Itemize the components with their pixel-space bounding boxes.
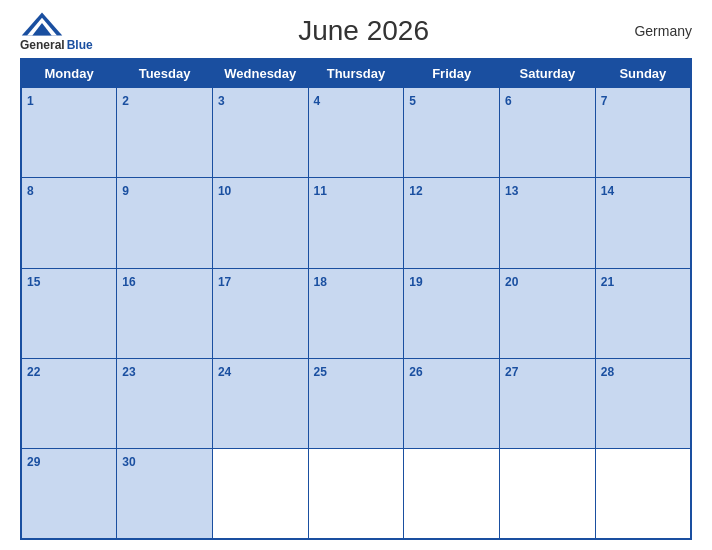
day-number-28: 28 (601, 365, 614, 379)
day-number-18: 18 (314, 275, 327, 289)
day-number-19: 19 (409, 275, 422, 289)
day-number-5: 5 (409, 94, 416, 108)
logo-text: General Blue (20, 38, 93, 52)
calendar-cell-w2-d7: 14 (595, 178, 691, 268)
calendar-cell-w1-d3: 3 (212, 88, 308, 178)
week-row-2: 891011121314 (21, 178, 691, 268)
col-saturday: Saturday (500, 59, 596, 88)
calendar-cell-w1-d6: 6 (500, 88, 596, 178)
logo-general-text: General (20, 38, 65, 52)
day-number-21: 21 (601, 275, 614, 289)
weekday-header-row: Monday Tuesday Wednesday Thursday Friday… (21, 59, 691, 88)
day-number-27: 27 (505, 365, 518, 379)
calendar-cell-w5-d3 (212, 449, 308, 539)
page-header: General Blue June 2026 Germany (20, 10, 692, 52)
col-monday: Monday (21, 59, 117, 88)
calendar-cell-w1-d2: 2 (117, 88, 213, 178)
day-number-2: 2 (122, 94, 129, 108)
calendar-cell-w4-d6: 27 (500, 358, 596, 448)
col-wednesday: Wednesday (212, 59, 308, 88)
week-row-1: 1234567 (21, 88, 691, 178)
col-friday: Friday (404, 59, 500, 88)
calendar-table: Monday Tuesday Wednesday Thursday Friday… (20, 58, 692, 540)
day-number-26: 26 (409, 365, 422, 379)
day-number-20: 20 (505, 275, 518, 289)
col-sunday: Sunday (595, 59, 691, 88)
calendar-cell-w1-d7: 7 (595, 88, 691, 178)
calendar-cell-w2-d1: 8 (21, 178, 117, 268)
col-thursday: Thursday (308, 59, 404, 88)
calendar-cell-w2-d2: 9 (117, 178, 213, 268)
day-number-8: 8 (27, 184, 34, 198)
day-number-7: 7 (601, 94, 608, 108)
calendar-cell-w5-d2: 30 (117, 449, 213, 539)
day-number-9: 9 (122, 184, 129, 198)
col-tuesday: Tuesday (117, 59, 213, 88)
country-label: Germany (634, 23, 692, 39)
calendar-cell-w3-d6: 20 (500, 268, 596, 358)
week-row-5: 2930 (21, 449, 691, 539)
day-number-15: 15 (27, 275, 40, 289)
calendar-cell-w3-d4: 18 (308, 268, 404, 358)
week-row-3: 15161718192021 (21, 268, 691, 358)
calendar-cell-w1-d5: 5 (404, 88, 500, 178)
day-number-11: 11 (314, 184, 327, 198)
calendar-cell-w3-d5: 19 (404, 268, 500, 358)
day-number-12: 12 (409, 184, 422, 198)
calendar-cell-w5-d5 (404, 449, 500, 539)
logo-blue-text: Blue (67, 38, 93, 52)
calendar-cell-w3-d7: 21 (595, 268, 691, 358)
calendar-cell-w1-d4: 4 (308, 88, 404, 178)
day-number-17: 17 (218, 275, 231, 289)
day-number-24: 24 (218, 365, 231, 379)
day-number-22: 22 (27, 365, 40, 379)
calendar-cell-w2-d5: 12 (404, 178, 500, 268)
calendar-cell-w2-d3: 10 (212, 178, 308, 268)
calendar-cell-w3-d2: 16 (117, 268, 213, 358)
calendar-title: June 2026 (298, 15, 429, 47)
calendar-cell-w5-d6 (500, 449, 596, 539)
calendar-cell-w5-d7 (595, 449, 691, 539)
day-number-6: 6 (505, 94, 512, 108)
calendar-cell-w4-d2: 23 (117, 358, 213, 448)
day-number-3: 3 (218, 94, 225, 108)
calendar-cell-w2-d6: 13 (500, 178, 596, 268)
day-number-13: 13 (505, 184, 518, 198)
logo-svg (20, 10, 64, 38)
day-number-1: 1 (27, 94, 34, 108)
day-number-16: 16 (122, 275, 135, 289)
day-number-30: 30 (122, 455, 135, 469)
logo: General Blue (20, 10, 93, 52)
day-number-25: 25 (314, 365, 327, 379)
day-number-10: 10 (218, 184, 231, 198)
week-row-4: 22232425262728 (21, 358, 691, 448)
calendar-cell-w3-d1: 15 (21, 268, 117, 358)
day-number-23: 23 (122, 365, 135, 379)
calendar-cell-w2-d4: 11 (308, 178, 404, 268)
calendar-cell-w5-d4 (308, 449, 404, 539)
calendar-cell-w4-d4: 25 (308, 358, 404, 448)
calendar-cell-w1-d1: 1 (21, 88, 117, 178)
calendar-cell-w4-d5: 26 (404, 358, 500, 448)
calendar-cell-w5-d1: 29 (21, 449, 117, 539)
calendar-cell-w4-d7: 28 (595, 358, 691, 448)
calendar-cell-w4-d1: 22 (21, 358, 117, 448)
calendar-cell-w4-d3: 24 (212, 358, 308, 448)
calendar-cell-w3-d3: 17 (212, 268, 308, 358)
day-number-14: 14 (601, 184, 614, 198)
day-number-29: 29 (27, 455, 40, 469)
day-number-4: 4 (314, 94, 321, 108)
